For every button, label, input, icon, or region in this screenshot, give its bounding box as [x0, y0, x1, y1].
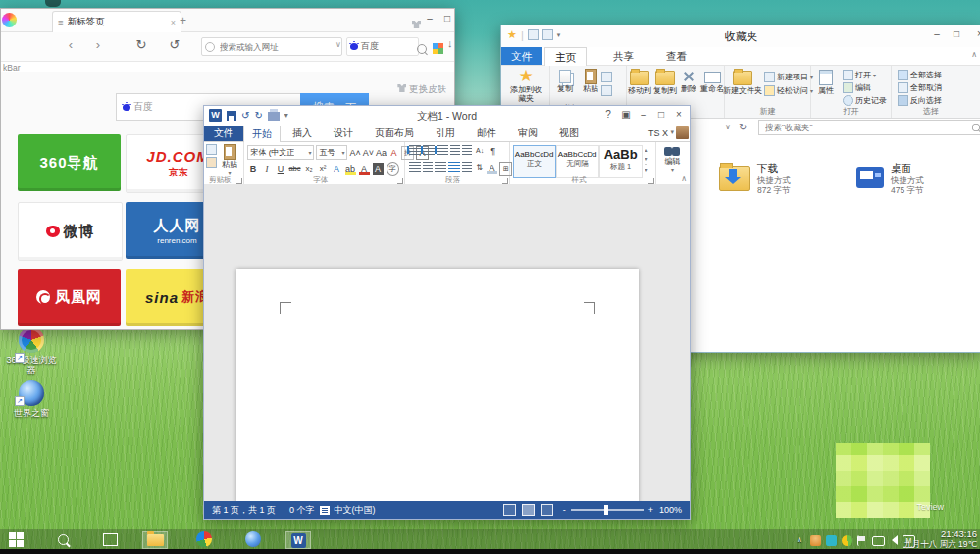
- explorer-search-box[interactable]: [758, 120, 980, 135]
- tab-home[interactable]: 开始: [243, 126, 281, 142]
- downloads-icon[interactable]: ↓: [447, 37, 453, 49]
- highlight-button[interactable]: ab: [345, 163, 356, 175]
- web-layout-icon[interactable]: [541, 504, 553, 516]
- print-layout-icon[interactable]: [522, 504, 535, 516]
- tab-references[interactable]: 引用: [428, 126, 463, 141]
- tray-network-icon[interactable]: [872, 536, 885, 546]
- editing-button[interactable]: 编辑 ▾: [656, 144, 688, 175]
- taskbar-explorer-button[interactable]: [142, 531, 168, 549]
- clear-formatting-button[interactable]: A: [388, 147, 399, 159]
- distribute-icon[interactable]: [462, 162, 472, 172]
- invert-selection-button[interactable]: 反向选择: [898, 95, 942, 106]
- taskbar-world-browser-button[interactable]: [241, 531, 265, 547]
- desktop-icon-world-window[interactable]: ↗ 世界之窗: [3, 380, 60, 418]
- shrink-font-button[interactable]: A˅: [363, 147, 374, 159]
- start-button[interactable]: [4, 531, 27, 547]
- address-dropdown-icon[interactable]: ∨: [335, 40, 341, 49]
- superscript-button[interactable]: x²: [318, 163, 329, 175]
- forward-button[interactable]: ›: [89, 36, 107, 54]
- address-bar[interactable]: [201, 37, 342, 56]
- tab-file[interactable]: 文件: [501, 47, 542, 65]
- new-tab-button[interactable]: +: [180, 14, 186, 27]
- text-effects-button[interactable]: A: [332, 163, 342, 175]
- browser-maximize-button[interactable]: □: [438, 13, 456, 24]
- style-heading1[interactable]: AaBb 标题 1: [599, 145, 643, 178]
- proofing-icon[interactable]: [320, 506, 330, 515]
- copy-path-button[interactable]: [601, 72, 612, 82]
- word-count[interactable]: 0 个字: [289, 504, 315, 517]
- underline-button[interactable]: U: [275, 163, 285, 175]
- search-icon[interactable]: [417, 40, 427, 58]
- explorer-search-input[interactable]: [763, 122, 971, 133]
- explorer-maximize-button[interactable]: □: [948, 28, 965, 39]
- bullets-icon[interactable]: [409, 145, 421, 155]
- edit-button[interactable]: 编辑: [843, 82, 871, 93]
- ribbon-collapse-icon[interactable]: ∧: [681, 175, 687, 183]
- ribbon-collapse-icon[interactable]: ∧: [971, 50, 977, 59]
- tab-home[interactable]: 主页: [544, 47, 587, 66]
- tab-insert[interactable]: 插入: [284, 126, 320, 141]
- undo-close-button[interactable]: ↺: [166, 36, 183, 54]
- word-close-button[interactable]: ×: [670, 109, 688, 120]
- history-button[interactable]: 历史记录: [843, 95, 887, 106]
- enclose-characters-button[interactable]: 字: [387, 162, 399, 176]
- font-name-combobox[interactable]: 宋体 (中文正 ▾: [247, 145, 314, 160]
- explorer-minimize-button[interactable]: –: [928, 28, 946, 39]
- document-page[interactable]: [236, 269, 639, 501]
- change-skin-link[interactable]: 更换皮肤: [397, 83, 446, 96]
- font-color-button[interactable]: A: [359, 163, 370, 175]
- style-no-spacing[interactable]: AaBbCcDd 无间隔: [556, 145, 599, 178]
- styles-scroll-down-icon[interactable]: ▾: [645, 155, 647, 162]
- numbering-icon[interactable]: [423, 145, 435, 155]
- tab-close-icon[interactable]: ×: [171, 18, 176, 27]
- file-item-downloads[interactable]: 下载 快捷方式 872 字节: [719, 162, 791, 195]
- address-input[interactable]: [218, 41, 338, 53]
- site-tile-ifeng[interactable]: 凤凰网: [18, 269, 121, 326]
- easy-access-button[interactable]: 轻松访问 ▾: [764, 85, 813, 96]
- apps-grid-icon[interactable]: [433, 40, 443, 58]
- select-none-button[interactable]: 全部取消: [898, 82, 942, 93]
- zoom-level[interactable]: 100%: [659, 505, 682, 515]
- zoom-slider-thumb[interactable]: [604, 505, 608, 515]
- align-left-icon[interactable]: [409, 162, 421, 172]
- read-mode-icon[interactable]: [503, 504, 516, 516]
- add-to-favorites-button[interactable]: 添加到收藏夹: [509, 69, 542, 103]
- character-shading-button[interactable]: A: [373, 163, 384, 175]
- explorer-close-button[interactable]: ×: [971, 28, 980, 39]
- browser-minimize-button[interactable]: –: [421, 13, 438, 24]
- taskbar-word-button[interactable]: W: [285, 531, 311, 549]
- select-all-button[interactable]: 全部选择: [898, 70, 942, 80]
- back-button[interactable]: ‹: [62, 36, 79, 54]
- taskbar-search-button[interactable]: [51, 531, 75, 547]
- tab-view[interactable]: 查看: [656, 47, 696, 65]
- paste-shortcut-button[interactable]: [601, 85, 612, 96]
- word-minimize-button[interactable]: –: [635, 109, 652, 120]
- sort-icon[interactable]: A↓: [474, 145, 486, 157]
- zoom-out-button[interactable]: -: [563, 505, 566, 515]
- skin-button[interactable]: [412, 15, 421, 32]
- help-button[interactable]: ?: [599, 109, 617, 120]
- tab-page-layout[interactable]: 页面布局: [367, 126, 422, 141]
- tab-mailings[interactable]: 邮件: [469, 126, 504, 141]
- tray-flag-icon[interactable]: [857, 535, 869, 546]
- tab-design[interactable]: 设计: [326, 126, 361, 141]
- new-folder-button[interactable]: 新建文件夹: [723, 69, 762, 95]
- word-restore-button[interactable]: □: [652, 109, 670, 120]
- tab-file[interactable]: 文件: [204, 126, 243, 141]
- open-button[interactable]: 打开 ▾: [843, 70, 876, 80]
- ribbon-display-button[interactable]: ▣: [617, 109, 635, 120]
- tab-share[interactable]: 共享: [603, 47, 644, 65]
- word-document-area[interactable]: [204, 184, 690, 501]
- multilevel-list-icon[interactable]: [437, 145, 448, 155]
- tab-review[interactable]: 审阅: [510, 126, 545, 141]
- new-item-button[interactable]: 新建项目 ▾: [764, 72, 813, 82]
- show-marks-icon[interactable]: ¶: [488, 145, 498, 157]
- taskbar-360-browser-button[interactable]: [192, 531, 216, 547]
- reload-button[interactable]: ↻: [132, 36, 150, 54]
- tray-app-icon[interactable]: [826, 535, 837, 546]
- styles-more-icon[interactable]: ▾: [645, 164, 647, 173]
- account-dropdown-icon[interactable]: ▾: [670, 128, 674, 136]
- file-item-desktop[interactable]: 桌面 快捷方式 475 字节: [856, 162, 924, 195]
- styles-scroll-up-icon[interactable]: ▴: [645, 146, 647, 153]
- paste-button[interactable]: 粘贴 ▾: [216, 144, 243, 177]
